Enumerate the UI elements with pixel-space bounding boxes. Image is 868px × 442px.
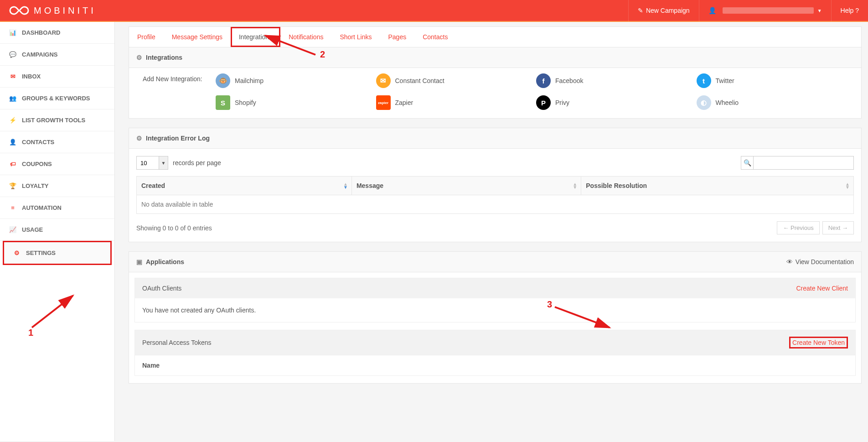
svg-line-0 xyxy=(32,296,73,328)
user-name-redacted xyxy=(723,7,814,14)
table-footer: Showing 0 to 0 of 0 entries ← Previous N… xyxy=(136,221,854,234)
integration-mailchimp[interactable]: 🐵Mailchimp xyxy=(216,72,367,90)
integration-label: Shopify xyxy=(235,99,256,106)
gear-icon: ⚙ xyxy=(136,135,142,142)
topbar: MOBINITI ✎ New Campaign 👤 ▼ Help ? xyxy=(0,0,868,22)
oauth-empty: You have not created any OAuth clients. xyxy=(142,307,256,314)
integration-label: Twitter xyxy=(716,77,734,84)
integrations-title: Integrations xyxy=(146,54,182,61)
sidebar-item-contacts[interactable]: 👤CONTACTS xyxy=(0,131,114,153)
annotation-arrow-1 xyxy=(27,291,82,332)
tab-pages[interactable]: Pages xyxy=(380,27,414,47)
integrations-body: Add New Integration: 🐵Mailchimp✉Constant… xyxy=(129,68,861,118)
integration-twitter[interactable]: tTwitter xyxy=(697,72,848,90)
tab-notifications[interactable]: Notifications xyxy=(280,27,331,47)
trophy-icon: 🏆 xyxy=(8,182,17,189)
integration-label: Zapier xyxy=(395,99,413,106)
records-per-page-label: records per page xyxy=(173,159,221,166)
sidebar-item-campaigns[interactable]: 💬CAMPAIGNS xyxy=(0,44,114,66)
next-button[interactable]: Next → xyxy=(822,221,854,234)
tab-short-links[interactable]: Short Links xyxy=(331,27,380,47)
sidebar-item-label: COUPONS xyxy=(22,161,52,167)
tab-profile[interactable]: Profile xyxy=(129,27,164,47)
col-created[interactable]: Created▲▼ xyxy=(137,177,352,195)
facebook-icon: f xyxy=(536,73,551,88)
oauth-sub-panel: OAuth Clients Create New Client You have… xyxy=(134,278,856,322)
pat-sub-panel: Personal Access Tokens Create New Token … xyxy=(134,330,856,376)
integration-facebook[interactable]: fFacebook xyxy=(536,72,687,90)
main-content: ProfileMessage SettingsIntegrationsNotif… xyxy=(115,22,868,441)
settings-tabs: ProfileMessage SettingsIntegrationsNotif… xyxy=(129,26,862,47)
mail-icon: ✉ xyxy=(8,73,17,80)
integration-grid: 🐵Mailchimp✉Constant ContactfFacebooktTwi… xyxy=(216,72,847,112)
search-box: 🔍 xyxy=(741,156,854,170)
sidebar-item-settings[interactable]: ⚙SETTINGS xyxy=(3,241,112,265)
tab-contacts[interactable]: Contacts xyxy=(414,27,456,47)
applications-header: ▣ Applications 👁 View Documentation xyxy=(129,252,861,272)
chat-icon: 💬 xyxy=(8,51,17,58)
search-input[interactable] xyxy=(754,156,854,170)
search-icon: 🔍 xyxy=(741,156,754,170)
gear-icon: ⚙ xyxy=(12,250,21,256)
sidebar-item-inbox[interactable]: ✉INBOX xyxy=(0,66,114,88)
table-empty-row: No data available in table xyxy=(137,195,854,214)
sidebar-item-label: INBOX xyxy=(22,73,41,80)
oauth-title: OAuth Clients xyxy=(142,285,181,292)
edit-icon: ✎ xyxy=(638,7,643,14)
pager: ← Previous Next → xyxy=(777,221,854,234)
sidebar-item-usage[interactable]: 📈USAGE xyxy=(0,219,114,241)
shopify-icon: S xyxy=(216,95,230,110)
sidebar-item-loyalty[interactable]: 🏆LOYALTY xyxy=(0,175,114,197)
records-input[interactable] xyxy=(136,156,159,170)
error-log-panel: ⚙ Integration Error Log ▼ records per pa… xyxy=(129,128,862,242)
eye-icon: 👁 xyxy=(786,258,793,265)
twitter-icon: t xyxy=(697,73,711,88)
sidebar-item-dashboard[interactable]: 📊DASHBOARD xyxy=(0,22,114,44)
bolt-icon: ⚡ xyxy=(8,117,17,124)
col-resolution[interactable]: Possible Resolution▲▼ xyxy=(581,177,854,195)
integration-label: Facebook xyxy=(555,77,583,84)
pat-name-header: Name xyxy=(135,355,855,375)
sidebar-item-coupons[interactable]: 🏷COUPONS xyxy=(0,153,114,175)
create-new-token-link[interactable]: Create New Token xyxy=(789,337,848,348)
chart-icon: 📈 xyxy=(8,226,17,233)
sidebar-item-automation[interactable]: ≡AUTOMATION xyxy=(0,197,114,219)
bars-icon: ≡ xyxy=(8,204,17,211)
view-documentation-link[interactable]: 👁 View Documentation xyxy=(786,258,854,265)
sidebar: 📊DASHBOARD💬CAMPAIGNS✉INBOX👥GROUPS & KEYW… xyxy=(0,22,115,441)
chevron-down-icon[interactable]: ▼ xyxy=(159,156,168,170)
user-icon: 👤 xyxy=(708,7,716,14)
integration-zapier[interactable]: zapierZapier xyxy=(376,94,527,112)
sidebar-item-label: AUTOMATION xyxy=(22,204,62,211)
integration-constant-contact[interactable]: ✉Constant Contact xyxy=(376,72,527,90)
records-select[interactable]: ▼ xyxy=(136,156,168,170)
applications-title: Applications xyxy=(146,258,184,265)
integration-label: Wheelio xyxy=(716,99,739,106)
create-new-client-link[interactable]: Create New Client xyxy=(796,285,848,292)
brand-text: MOBINITI xyxy=(34,5,96,16)
logo[interactable]: MOBINITI xyxy=(0,5,105,16)
error-log-body: ▼ records per page 🔍 Created▲▼ Message▲▼… xyxy=(129,149,861,242)
tab-message-settings[interactable]: Message Settings xyxy=(164,27,231,47)
sidebar-item-label: CAMPAIGNS xyxy=(22,51,57,58)
sidebar-item-groups-keywords[interactable]: 👥GROUPS & KEYWORDS xyxy=(0,88,114,109)
integration-label: Privy xyxy=(555,99,569,106)
user-menu[interactable]: 👤 ▼ xyxy=(699,0,831,21)
integration-shopify[interactable]: SShopify xyxy=(216,94,367,112)
help-button[interactable]: Help ? xyxy=(831,0,868,21)
empty-cell: No data available in table xyxy=(137,195,854,214)
error-log-header: ⚙ Integration Error Log xyxy=(129,128,861,149)
user-icon: 👤 xyxy=(8,139,17,146)
tab-integrations[interactable]: Integrations xyxy=(231,27,280,47)
sidebar-item-list-growth-tools[interactable]: ⚡LIST GROWTH TOOLS xyxy=(0,109,114,131)
integration-privy[interactable]: PPrivy xyxy=(536,94,687,112)
new-campaign-button[interactable]: ✎ New Campaign xyxy=(628,0,699,21)
integration-label: Constant Contact xyxy=(395,77,444,84)
mailchimp-icon: 🐵 xyxy=(216,73,230,88)
prev-button[interactable]: ← Previous xyxy=(777,221,819,234)
sidebar-item-label: LOYALTY xyxy=(22,182,49,189)
col-message[interactable]: Message▲▼ xyxy=(351,177,581,195)
integration-wheelio[interactable]: ◐Wheelio xyxy=(697,94,848,112)
infinity-icon xyxy=(9,5,29,16)
oauth-body: You have not created any OAuth clients. xyxy=(135,298,855,322)
